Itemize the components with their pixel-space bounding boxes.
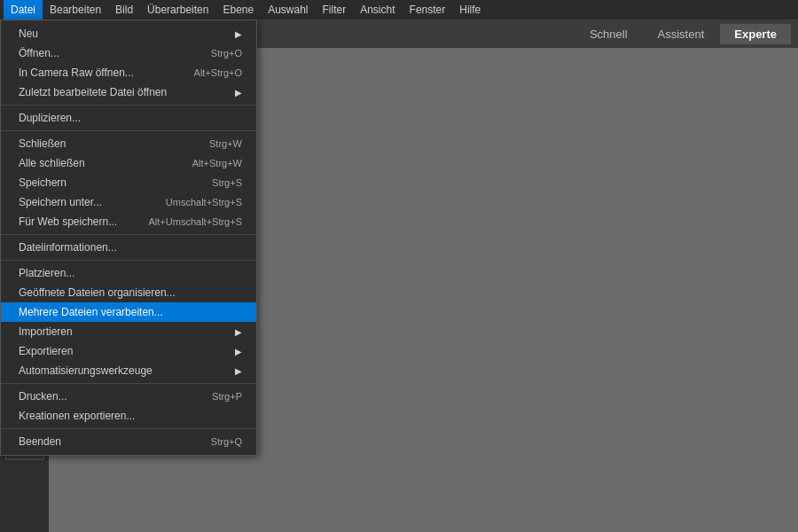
menu-item-label: Beenden [19, 435, 61, 448]
menu-item-label: Mehrere Dateien verarbeiten... [19, 306, 163, 318]
menu-item-speichern[interactable]: Speichern Strg+S [1, 173, 256, 192]
menu-item-drucken[interactable]: Drucken... Strg+P [1, 387, 256, 406]
menu-item-duplizieren[interactable]: Duplizieren... [1, 108, 256, 128]
menu-separator-5 [1, 383, 256, 384]
menu-item-shortcut: Umschalt+Strg+S [166, 197, 242, 207]
menu-item-camera-raw[interactable]: In Camera Raw öffnen... Alt+Strg+O [1, 63, 256, 82]
menu-item-shortcut: Strg+Q [211, 436, 242, 447]
menu-item-label: Geöffnete Dateien organisieren... [19, 286, 176, 299]
menu-bearbeiten[interactable]: Bearbeiten [43, 0, 108, 20]
menu-separator-3 [1, 234, 256, 235]
datei-dropdown: Neu ▶ Öffnen... Strg+O In Camera Raw öff… [0, 20, 257, 456]
menu-bar: Datei Bearbeiten Bild Überarbeiten Ebene… [0, 0, 798, 20]
menu-hilfe[interactable]: Hilfe [452, 0, 488, 20]
menu-item-label: Automatisierungswerkzeuge [19, 364, 153, 377]
menu-item-importieren[interactable]: Importieren ▶ [1, 322, 256, 341]
menu-item-shortcut: Alt+Umschalt+Strg+S [149, 216, 242, 227]
menu-item-shortcut: Alt+Strg+W [192, 158, 242, 168]
menu-item-automatisierung[interactable]: Automatisierungswerkzeuge ▶ [1, 361, 256, 380]
menu-ansicht[interactable]: Ansicht [353, 0, 402, 20]
menu-item-label: Duplizieren... [19, 112, 81, 124]
menu-item-label: Importieren [19, 325, 73, 338]
menu-item-shortcut: Strg+S [212, 177, 242, 188]
menu-item-oeffnen[interactable]: Öffnen... Strg+O [1, 43, 256, 63]
menu-item-mehrere[interactable]: Mehrere Dateien verarbeiten... [1, 302, 256, 322]
mode-assistent[interactable]: Assistent [644, 24, 719, 44]
mode-tabs: Schnell Assistent Experte [575, 24, 791, 44]
menu-datei[interactable]: Datei [4, 0, 43, 20]
menu-item-label: Exportieren [19, 345, 73, 357]
menu-ebene[interactable]: Ebene [215, 0, 261, 20]
menu-item-label: Zuletzt bearbeitete Datei öffnen [19, 86, 167, 98]
menu-item-shortcut: Alt+Strg+O [194, 67, 242, 78]
menu-item-label: Platzieren... [19, 267, 74, 279]
submenu-arrow: ▶ [235, 366, 242, 376]
menu-separator-2 [1, 130, 256, 131]
menu-fenster[interactable]: Fenster [403, 0, 453, 20]
menu-item-shortcut: Strg+P [212, 391, 242, 402]
menu-item-label: Neu [19, 27, 38, 40]
menu-item-kreationen[interactable]: Kreationen exportieren... [1, 406, 256, 426]
menu-item-neu[interactable]: Neu ▶ [1, 24, 256, 43]
menu-item-shortcut: Strg+O [211, 48, 242, 59]
submenu-arrow: ▶ [235, 29, 242, 39]
menu-item-label: Dateiinformationen... [19, 241, 117, 254]
menu-item-schliessen[interactable]: Schließen Strg+W [1, 134, 256, 153]
mode-experte[interactable]: Experte [720, 24, 791, 44]
menu-item-organisieren[interactable]: Geöffnete Dateien organisieren... [1, 283, 256, 302]
mode-schnell[interactable]: Schnell [575, 24, 642, 44]
menu-item-speichern-unter[interactable]: Speichern unter... Umschalt+Strg+S [1, 192, 256, 212]
menu-ueberarbeiten[interactable]: Überarbeiten [140, 0, 215, 20]
submenu-arrow: ▶ [235, 347, 242, 356]
menu-item-label: Schließen [19, 137, 66, 150]
datei-menu: Neu ▶ Öffnen... Strg+O In Camera Raw öff… [0, 20, 257, 456]
menu-auswahl[interactable]: Auswahl [261, 0, 315, 20]
menu-item-exportieren[interactable]: Exportieren ▶ [1, 341, 256, 361]
submenu-arrow: ▶ [235, 88, 242, 98]
menu-item-label: In Camera Raw öffnen... [19, 66, 134, 79]
menu-item-label: Speichern unter... [19, 196, 102, 208]
menu-item-alle-schliessen[interactable]: Alle schließen Alt+Strg+W [1, 153, 256, 173]
menu-item-label: Für Web speichern... [19, 215, 117, 228]
menu-item-label: Speichern [19, 176, 66, 189]
menu-bild[interactable]: Bild [108, 0, 140, 20]
menu-item-label: Alle schließen [19, 157, 85, 169]
menu-item-label: Kreationen exportieren... [19, 410, 135, 422]
submenu-arrow: ▶ [235, 327, 242, 337]
menu-item-dateiinfos[interactable]: Dateiinformationen... [1, 238, 256, 257]
menu-item-beenden[interactable]: Beenden Strg+Q [1, 432, 256, 451]
menu-separator-4 [1, 260, 256, 261]
menu-item-label: Drucken... [19, 390, 67, 403]
menu-separator-6 [1, 428, 256, 429]
menu-item-shortcut: Strg+W [209, 138, 242, 149]
menu-item-platzieren[interactable]: Platzieren... [1, 263, 256, 283]
menu-separator-1 [1, 105, 256, 106]
menu-filter[interactable]: Filter [316, 0, 354, 20]
menu-item-zuletzt[interactable]: Zuletzt bearbeitete Datei öffnen ▶ [1, 82, 256, 102]
menu-item-label: Öffnen... [19, 47, 59, 59]
menu-item-fuer-web[interactable]: Für Web speichern... Alt+Umschalt+Strg+S [1, 212, 256, 231]
